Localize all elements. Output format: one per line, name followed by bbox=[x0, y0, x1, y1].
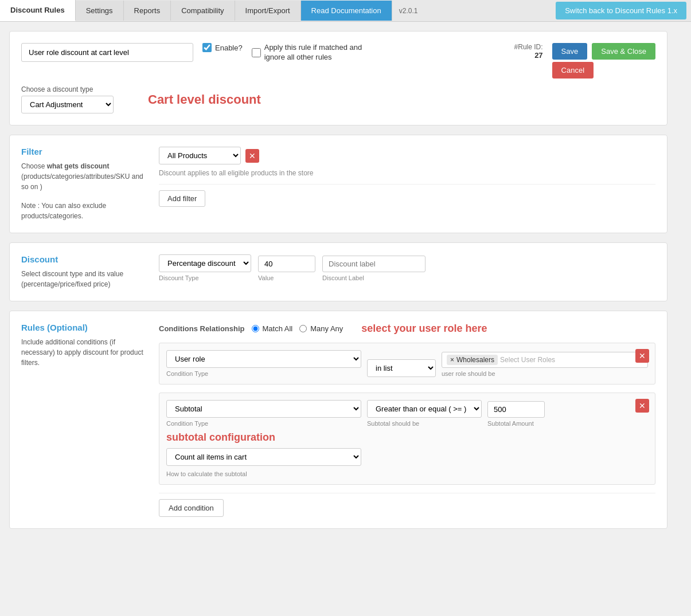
remove-icon-1: ✕ bbox=[639, 351, 646, 360]
save-button[interactable]: Save bbox=[552, 43, 588, 60]
wholesalers-tag: × Wholesalers bbox=[447, 355, 498, 365]
remove-icon: ✕ bbox=[249, 151, 256, 160]
value-field-label: Value bbox=[258, 274, 315, 281]
match-all-radio-label[interactable]: Match All bbox=[252, 324, 293, 333]
condition-2-operator-select[interactable]: Greater than or equal ( >= ) Less than E… bbox=[367, 400, 482, 418]
condition-2-remove-button[interactable]: ✕ bbox=[635, 399, 649, 413]
apply-rule-label: Apply this rule if matched and ignore al… bbox=[264, 43, 368, 62]
condition-1-operator-select[interactable]: in list not in list bbox=[367, 359, 436, 377]
condition-1-type-select[interactable]: User role Subtotal Cart quantity Product… bbox=[166, 350, 361, 368]
rule-id-section: #Rule ID: 27 bbox=[514, 43, 543, 60]
how-to-calc-select[interactable]: Count all items in cart Count unique ite… bbox=[166, 448, 361, 466]
many-any-radio-label[interactable]: Many Any bbox=[299, 324, 343, 333]
discount-card: Discount Select discount type and its va… bbox=[9, 242, 667, 301]
discount-value-input[interactable] bbox=[258, 256, 315, 272]
subtotal-amount-label: Subtotal Amount bbox=[487, 420, 545, 427]
condition-2-type-label: Condition Type bbox=[166, 420, 361, 427]
tab-read-documentation[interactable]: Read Documentation bbox=[301, 1, 392, 21]
rules-card: Rules (Optional) Include additional cond… bbox=[9, 311, 667, 529]
enable-row: Enable? bbox=[202, 43, 243, 52]
subtotal-hint: subtotal configuration bbox=[166, 431, 648, 444]
tag-x-icon: × bbox=[450, 356, 454, 364]
discount-type-select[interactable]: Cart Adjustment Percentage discount Fixe… bbox=[21, 96, 114, 113]
filter-card: Filter Choose what gets discount (produc… bbox=[9, 135, 667, 233]
cart-level-label: Cart level discount bbox=[148, 92, 261, 107]
tab-discount-rules[interactable]: Discount Rules bbox=[0, 0, 76, 21]
enable-checkbox[interactable] bbox=[202, 43, 212, 52]
add-filter-button[interactable]: Add filter bbox=[159, 190, 205, 207]
cancel-button[interactable]: Cancel bbox=[552, 62, 594, 79]
apply-rule-checkbox[interactable] bbox=[252, 48, 261, 57]
discount-label-field-label: Discount Label bbox=[322, 274, 425, 281]
condition-2-amount-input[interactable] bbox=[487, 401, 545, 418]
rule-name-input[interactable] bbox=[21, 43, 193, 62]
remove-icon-2: ✕ bbox=[639, 401, 646, 410]
filter-remove-button[interactable]: ✕ bbox=[245, 149, 259, 163]
tab-reports[interactable]: Reports bbox=[124, 1, 171, 21]
filter-section-desc: Choose what gets discount (products/cate… bbox=[21, 161, 147, 192]
rule-id-label: #Rule ID: bbox=[514, 43, 543, 51]
how-to-calc-label: How to calculate the subtotal bbox=[166, 470, 648, 477]
condition-row-1: User role Subtotal Cart quantity Product… bbox=[159, 343, 655, 384]
main-content: Enable? Apply this rule if matched and i… bbox=[0, 22, 677, 547]
rules-section-title: Rules (Optional) bbox=[21, 323, 147, 332]
condition-row-2: Subtotal User role Cart quantity Product… bbox=[159, 393, 655, 485]
condition-1-remove-button[interactable]: ✕ bbox=[635, 349, 649, 363]
rules-section-desc: Include additional conditions (if necess… bbox=[21, 337, 147, 368]
subtotal-should-be-label: Subtotal should be bbox=[367, 420, 482, 427]
filter-dropdown[interactable]: All Products Specific Products Categorie… bbox=[159, 147, 241, 164]
tab-compatibility[interactable]: Compatibility bbox=[171, 1, 235, 21]
version-label: v2.0.1 bbox=[392, 1, 425, 21]
discount-section-title: Discount bbox=[21, 254, 147, 264]
condition-1-tag-field-label: user role should be bbox=[442, 370, 648, 377]
enable-label: Enable? bbox=[215, 44, 243, 52]
conditions-rel-label: Conditions Relationship bbox=[159, 324, 245, 333]
match-all-radio[interactable] bbox=[252, 325, 259, 332]
filter-section-note: Note : You can also exclude products/cat… bbox=[21, 201, 147, 221]
tab-settings[interactable]: Settings bbox=[76, 1, 124, 21]
add-condition-button[interactable]: Add condition bbox=[159, 499, 224, 517]
apply-rule-row: Apply this rule if matched and ignore al… bbox=[252, 43, 368, 62]
filter-info: Discount applies to all eligible product… bbox=[159, 169, 655, 177]
discount-label-input[interactable] bbox=[322, 256, 425, 272]
switch-back-button[interactable]: Switch back to Discount Rules 1.x bbox=[556, 2, 686, 19]
save-close-button[interactable]: Save & Close bbox=[592, 43, 655, 60]
condition-1-tag-input[interactable]: × Wholesalers Select User Roles bbox=[442, 352, 648, 368]
rule-name-card: Enable? Apply this rule if matched and i… bbox=[9, 31, 667, 125]
many-any-radio[interactable] bbox=[299, 325, 307, 332]
rule-id-number: 27 bbox=[514, 51, 543, 60]
discount-type-dropdown[interactable]: Percentage discount Price discount Fixed… bbox=[159, 254, 251, 272]
select-role-hint: select your user role here bbox=[361, 323, 487, 335]
discount-section-desc: Select discount type and its value (perc… bbox=[21, 269, 147, 289]
action-buttons: Save Save & Close Cancel bbox=[552, 43, 655, 79]
tab-import-export[interactable]: Import/Export bbox=[235, 1, 301, 21]
condition-1-type-label: Condition Type bbox=[166, 370, 361, 377]
many-any-label: Many Any bbox=[310, 324, 343, 333]
condition-2-type-select[interactable]: Subtotal User role Cart quantity Product… bbox=[166, 400, 361, 418]
top-navigation: Discount Rules Settings Reports Compatib… bbox=[0, 0, 691, 22]
tag-input-placeholder: Select User Roles bbox=[500, 356, 555, 364]
match-all-label: Match All bbox=[263, 324, 293, 333]
tag-label: Wholesalers bbox=[456, 356, 494, 364]
filter-section-title: Filter bbox=[21, 147, 147, 156]
discount-type-field-label: Discount Type bbox=[159, 274, 251, 281]
discount-type-label: Choose a discount type bbox=[21, 85, 114, 93]
